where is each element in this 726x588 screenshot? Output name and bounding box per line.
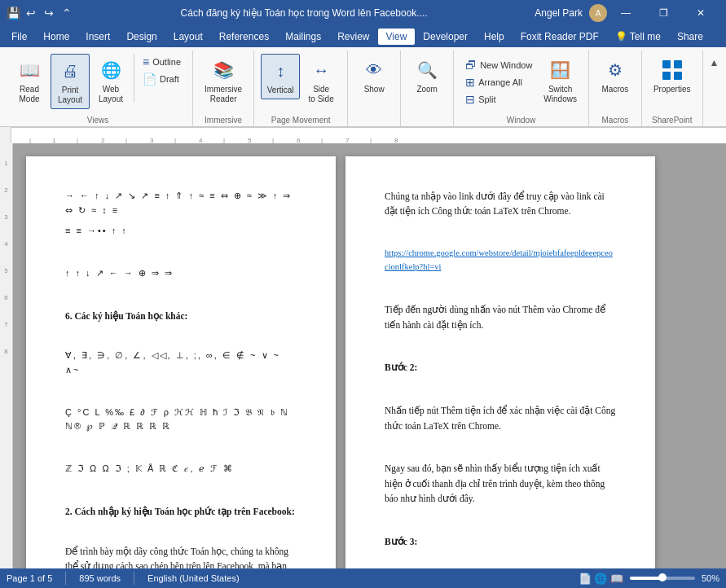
arrange-all-icon: ⊞: [465, 76, 475, 89]
macros-icon: ⚙: [602, 57, 628, 83]
ribbon-group-immersive: 📚 ImmersiveReader Immersive: [193, 50, 254, 126]
zoom-label: Zoom: [416, 85, 438, 94]
views-group-label: Views: [87, 114, 109, 126]
menu-file[interactable]: File: [3, 29, 35, 45]
print-layout-label: PrintLayout: [58, 86, 82, 105]
menu-developer[interactable]: Developer: [415, 29, 476, 45]
split-label: Split: [478, 94, 495, 104]
menu-layout[interactable]: Layout: [165, 29, 211, 45]
main-document-area: 12345678 → ← ↑ ↓ ↗ ↘ ↗ ≡ ↑ ⇑ ↑ ≈ ≡ ⇔ ⊕ ≈…: [0, 143, 726, 568]
web-layout-button[interactable]: 🌐 WebLayout: [91, 54, 130, 108]
immersive-group-label: Immersive: [205, 114, 242, 126]
macros-button[interactable]: ⚙ Macros: [596, 54, 635, 98]
vertical-button[interactable]: ↕ Vertical: [261, 54, 300, 99]
split-button[interactable]: ⊟ Split: [460, 91, 537, 108]
statusbar: Page 1 of 5 895 words English (United St…: [0, 568, 726, 588]
menu-help[interactable]: Help: [476, 29, 513, 45]
ribbon-group-window: 🗗 New Window ⊞ Arrange All ⊟ Split 🪟 Swi…: [454, 50, 589, 126]
step-3-label: Bước 3:: [385, 534, 616, 549]
save-icon[interactable]: 💾: [7, 7, 20, 20]
vertical-icon: ↕: [267, 58, 293, 84]
menu-design[interactable]: Design: [118, 29, 165, 45]
document-page-left: → ← ↑ ↓ ↗ ↘ ↗ ≡ ↑ ⇑ ↑ ≈ ≡ ⇔ ⊕ ≈ ≫ ↑ ⇒ ⇔ …: [26, 156, 336, 568]
zoom-icon: 🔍: [414, 57, 440, 83]
immersive-reader-label: ImmersiveReader: [205, 85, 242, 104]
svg-rect-3: [674, 72, 682, 80]
math-symbols-row1: → ← ↑ ↓ ↗ ↘ ↗ ≡ ↑ ⇑ ↑ ≈ ≡ ⇔ ⊕ ≈ ≫ ↑ ⇒ ⇔ …: [65, 189, 297, 217]
read-mode-button[interactable]: 📖 ReadMode: [10, 54, 49, 108]
show-label: Show: [364, 85, 385, 94]
menu-insert[interactable]: Insert: [77, 29, 118, 45]
zoom-button[interactable]: 🔍 Zoom: [407, 54, 447, 98]
page-info: Page 1 of 5: [7, 573, 52, 583]
menu-view[interactable]: View: [378, 29, 416, 45]
menu-mailings[interactable]: Mailings: [277, 29, 329, 45]
svg-rect-0: [662, 60, 671, 68]
draft-label: Draft: [160, 74, 179, 84]
menu-foxit[interactable]: Foxit Reader PDF: [513, 29, 607, 45]
read-mode-icon: 📖: [16, 57, 42, 83]
web-layout-icon: 🌐: [98, 57, 124, 83]
menu-share[interactable]: Share: [669, 29, 711, 45]
titlebar: 💾 ↩ ↪ ⌃ Cách đăng ký hiệu Toán học trong…: [0, 0, 726, 26]
outline-label: Outline: [152, 57, 181, 67]
right-para2: Tiếp đến người dùng nhấn vào nút Thêm và…: [385, 302, 616, 332]
vertical-ruler: 12345678: [0, 143, 13, 568]
draft-button[interactable]: 📄 Draft: [138, 71, 186, 87]
side-to-side-button[interactable]: ↔ Sideto Side: [301, 54, 341, 108]
math-other-row3: ℤ ℑ Ω Ω ℑ ; 𝕂 Å ℝ ℭ 𝑒, ℯ ℱ ⌘: [65, 462, 297, 476]
page-movement-group-label: Page Movement: [271, 114, 331, 126]
properties-icon: [659, 57, 685, 83]
window-group-label: Window: [507, 114, 536, 126]
macros-group-label: Macros: [602, 114, 629, 126]
menu-home[interactable]: Home: [35, 29, 77, 45]
statusbar-right: 📄 🌐 📖 50%: [579, 573, 719, 585]
print-layout-button[interactable]: 🖨 PrintLayout: [51, 54, 90, 109]
zoom-slider-handle: [658, 573, 667, 581]
redo-icon[interactable]: ↪: [42, 7, 55, 20]
ribbon-group-views: 📖 ReadMode 🖨 PrintLayout 🌐 WebLayout ≡ O…: [3, 50, 193, 126]
arrange-all-button[interactable]: ⊞ Arrange All: [460, 74, 537, 90]
new-window-button[interactable]: 🗗 New Window: [460, 57, 537, 73]
immersive-reader-button[interactable]: 📚 ImmersiveReader: [200, 54, 247, 108]
zoom-slider[interactable]: [630, 577, 695, 580]
ribbon-collapse-button[interactable]: ▲: [703, 54, 726, 72]
restore-button[interactable]: ❐: [645, 0, 682, 26]
ribbon-group-sharepoint: Properties SharePoint: [642, 50, 703, 126]
undo-icon[interactable]: ↩: [24, 7, 37, 20]
show-button[interactable]: 👁 Show: [354, 54, 394, 98]
close-button[interactable]: ✕: [682, 0, 719, 26]
user-name: Angel Park: [535, 7, 583, 19]
sharepoint-group-label: SharePoint: [652, 114, 692, 126]
ruler-corner: [0, 127, 11, 143]
outline-button[interactable]: ≡ Outline: [138, 54, 186, 70]
split-icon: ⊟: [465, 93, 475, 106]
svg-rect-2: [662, 72, 671, 80]
ribbon: 📖 ReadMode 🖨 PrintLayout 🌐 WebLayout ≡ O…: [0, 47, 726, 127]
ruler-area: | 1 | 2 | 3 | 4 | 5 | 6 | 7 | 8: [0, 127, 726, 143]
arrange-all-label: Arrange All: [478, 77, 522, 87]
chrome-link[interactable]: https://chrome.google.com/webstore/detai…: [385, 247, 616, 274]
right-para1: Chúng ta nhập vào link dưới đây để truy …: [385, 189, 616, 219]
statusbar-sep1: [65, 572, 66, 585]
menubar: File Home Insert Design Layout Reference…: [0, 26, 726, 47]
right-para3: Nhấn tiếp nút Thêm tiện ích để xác nhận …: [385, 403, 616, 433]
switch-windows-button[interactable]: 🪟 SwitchWindows: [539, 54, 582, 108]
math-other-row1: ∀, ∃, ∋, ∅, ∠, ◁◁, ⊥, ;, ∞, ∈ ∉ ~ ∨ ~ ∧~: [65, 349, 297, 377]
statusbar-sep2: [134, 572, 134, 585]
ribbon-group-show: 👁 Show: [348, 50, 401, 126]
properties-button[interactable]: Properties: [649, 54, 696, 98]
step-2-label: Bước 2:: [385, 360, 616, 375]
window-controls: — ❐ ✕: [607, 0, 719, 26]
menu-references[interactable]: References: [211, 29, 277, 45]
horizontal-ruler: | 1 | 2 | 3 | 4 | 5 | 6 | 7 | 8: [11, 127, 726, 143]
section-6-title: 6. Các ký hiệu Toán học khác:: [65, 309, 297, 323]
ribbon-group-zoom: 🔍 Zoom: [401, 50, 454, 126]
menu-review[interactable]: Review: [329, 29, 377, 45]
menu-tell-me[interactable]: 💡 Tell me: [607, 29, 669, 45]
minimize-button[interactable]: —: [607, 0, 645, 26]
ribbon-group-page-movement: ↕ Vertical ↔ Sideto Side Page Movement: [254, 50, 348, 126]
customize-icon[interactable]: ⌃: [60, 7, 73, 20]
side-to-side-label: Sideto Side: [309, 85, 334, 104]
side-to-side-icon: ↔: [308, 57, 334, 83]
